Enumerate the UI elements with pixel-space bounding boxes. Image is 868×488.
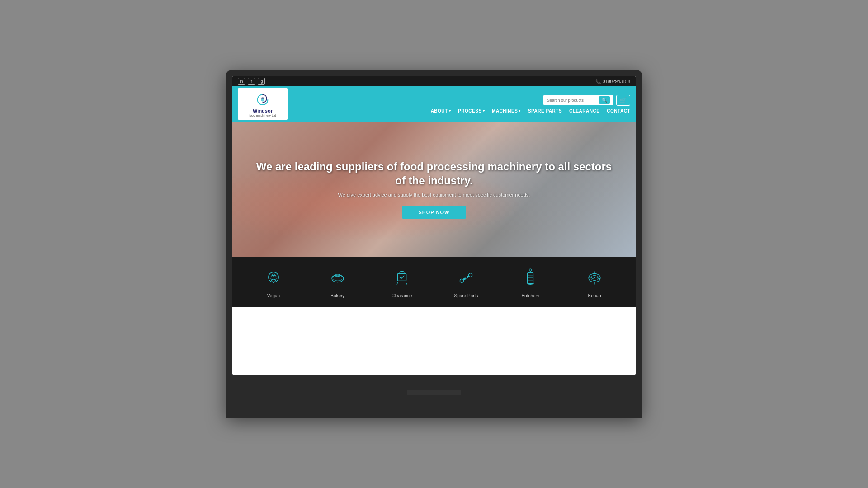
instagram-icon[interactable]: ig <box>258 78 265 85</box>
svg-point-6 <box>460 279 463 282</box>
logo-company-name: Windsor <box>253 108 273 113</box>
chevron-down-icon: ▾ <box>449 109 451 113</box>
linkedin-icon[interactable]: in <box>238 78 245 85</box>
vegan-icon <box>262 266 285 290</box>
logo-icon <box>254 91 271 108</box>
category-clearance-label: Clearance <box>392 293 412 298</box>
svg-rect-4 <box>397 273 406 281</box>
nav-item-machines[interactable]: MACHINES ▾ <box>492 108 521 113</box>
butchery-icon <box>519 266 542 290</box>
category-spare-parts-label: Spare Parts <box>454 293 478 298</box>
chevron-down-icon: ▾ <box>483 109 485 113</box>
svg-point-8 <box>465 277 467 279</box>
phone-icon: 📞 <box>595 79 601 84</box>
logo-box[interactable]: Windsor food machinery Ltd <box>238 88 288 120</box>
category-bar: Vegan Bakery <box>232 257 636 307</box>
svg-point-7 <box>469 273 472 277</box>
logo-company-sub: food machinery Ltd <box>249 114 276 117</box>
svg-point-1 <box>269 272 278 282</box>
social-icons-group: in f ig <box>238 78 265 85</box>
category-bakery[interactable]: Bakery <box>326 266 349 298</box>
search-button[interactable]: 🔍 <box>599 96 610 104</box>
bakery-icon <box>326 266 349 290</box>
hero-title: We are leading suppliers of food process… <box>250 160 618 188</box>
hero-subtitle: We give expert advice and supply the bes… <box>250 192 618 197</box>
nav-item-process[interactable]: PROCESS ▾ <box>458 108 485 113</box>
category-kebab-label: Kebab <box>588 293 601 298</box>
top-bar: in f ig 📞 01902943158 <box>232 76 636 86</box>
nav-item-about[interactable]: ABOUT ▾ <box>431 108 451 113</box>
nav-item-contact[interactable]: CONTACT <box>607 108 630 113</box>
spare-parts-icon <box>454 266 478 290</box>
category-clearance[interactable]: Clearance <box>390 266 414 298</box>
monitor-frame: in f ig 📞 01902943158 <box>226 70 642 418</box>
search-box: 🔍 <box>543 95 613 105</box>
category-kebab[interactable]: Kebab <box>583 266 606 298</box>
hero-content: We are leading suppliers of food process… <box>232 160 636 219</box>
search-row: 🔍 🛒 <box>543 95 630 106</box>
clearance-icon <box>390 266 414 290</box>
category-vegan[interactable]: Vegan <box>262 266 285 298</box>
nav-right: 🔍 🛒 ABOUT ▾ PROCESS ▾ MACHINES <box>295 95 630 113</box>
category-vegan-label: Vegan <box>267 293 280 298</box>
hero-section: We are leading suppliers of food process… <box>232 122 636 257</box>
shop-now-button[interactable]: SHOP NOW <box>402 206 466 219</box>
phone-info: 📞 01902943158 <box>595 79 630 84</box>
facebook-icon[interactable]: f <box>248 78 255 85</box>
monitor-stand <box>407 390 461 395</box>
monitor-bottom-bezel <box>232 375 636 411</box>
header: Windsor food machinery Ltd 🔍 🛒 ABOUT <box>232 86 636 122</box>
nav-menu: ABOUT ▾ PROCESS ▾ MACHINES ▾ SPARE PARTS <box>431 108 630 113</box>
phone-number: 01902943158 <box>603 79 630 84</box>
nav-item-spare-parts[interactable]: SPARE PARTS <box>528 108 562 113</box>
chevron-down-icon: ▾ <box>519 109 521 113</box>
category-butchery-label: Butchery <box>521 293 539 298</box>
category-spare-parts[interactable]: Spare Parts <box>454 266 478 298</box>
kebab-icon <box>583 266 606 290</box>
category-bakery-label: Bakery <box>330 293 344 298</box>
screen-area: in f ig 📞 01902943158 <box>232 76 636 375</box>
category-butchery[interactable]: Butchery <box>519 266 542 298</box>
svg-rect-9 <box>528 272 533 283</box>
nav-item-clearance[interactable]: CLEARANCE <box>569 108 599 113</box>
cart-button[interactable]: 🛒 <box>616 95 630 106</box>
search-input[interactable] <box>547 98 597 103</box>
